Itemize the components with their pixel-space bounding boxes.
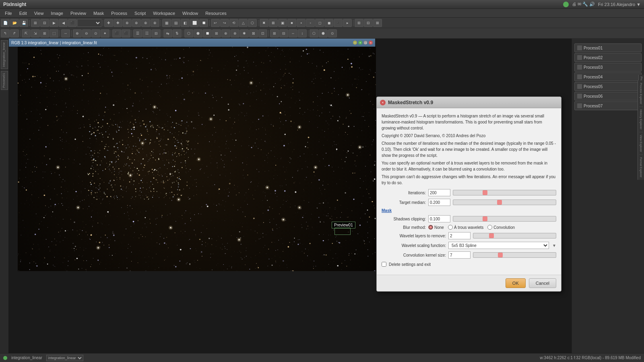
tb-d3[interactable]: ◧ [181,19,190,27]
menu-resources[interactable]: Resources [202,10,230,16]
tb-c3[interactable]: ⊕ [123,19,132,27]
blur-none-option[interactable]: None [428,225,444,230]
format-explorer-tab[interactable]: Format Explorer [639,155,643,180]
tb2-h3[interactable]: 🔲 [203,29,212,37]
tb2-h9[interactable]: ⊡ [258,29,267,37]
menu-mask[interactable]: Mask [90,10,107,16]
window-maximize-btn[interactable]: + [358,41,362,45]
blur-atrous-option[interactable]: À trous wavelets [448,225,483,230]
tb2-g1[interactable]: ⇆ [163,29,172,37]
tb2-f3[interactable]: ⊟ [152,29,161,37]
tb-d5[interactable]: 🔲 [199,19,208,27]
tb2-d1[interactable]: ⊕ [73,29,82,37]
process-explorer-side-tab[interactable]: Process Explorer [639,80,643,107]
wavelet-layers-slider[interactable] [473,233,556,239]
tb-c4[interactable]: ⊕ [132,19,141,27]
tb2-h8[interactable]: ⊠ [249,29,258,37]
tb-g2[interactable]: ⊟ [364,19,373,27]
cancel-button[interactable]: Cancel [529,278,556,288]
tb2-h1[interactable]: ⬡ [184,29,193,37]
tb-open[interactable]: 📂 [10,19,19,27]
tb-f1[interactable]: ✖ [260,19,268,27]
menu-process[interactable]: Process [108,10,130,16]
tb-d1[interactable]: ▦ [162,19,171,27]
tb2-d3[interactable]: ⊙ [91,29,100,37]
tb-f9[interactable]: ◾ [334,19,343,27]
tb-c6[interactable]: ⊕ [151,19,159,27]
history-explorer-tab[interactable]: History Explorer [639,107,643,132]
iterations-input[interactable] [428,189,450,196]
tb2-h2[interactable]: ⬢ [194,29,202,37]
tb-e4[interactable]: △ [239,19,248,27]
blur-convolution-radio[interactable] [487,225,492,230]
tb2-c1[interactable]: ↔ [61,29,70,37]
target-median-slider[interactable] [453,200,556,205]
tb-c2[interactable]: ✚ [114,19,122,27]
tb2-b1[interactable]: ⇱ [22,29,31,37]
wavelet-layers-input[interactable] [448,232,471,239]
tb2-h5[interactable]: ⊕ [221,29,230,37]
tb-f2[interactable]: ⊠ [269,19,278,27]
tb-e1[interactable]: ↩ [211,19,220,27]
tb2-i1[interactable]: ⊞ [270,29,279,37]
tb2-i3[interactable]: ↔ [289,29,297,37]
tb-b3[interactable]: ▶ [50,19,58,27]
menu-script[interactable]: Script [131,10,149,16]
menu-image[interactable]: Image [47,10,66,16]
process-btn-03[interactable]: Process03 [574,63,642,72]
tb2-b4[interactable]: ⬚ [50,29,58,37]
window-restore-btn[interactable]: ⊡ [363,41,367,45]
tb2-h6[interactable]: ⊗ [231,29,239,37]
process-btn-06[interactable]: Process06 [574,92,642,101]
tb2-f1[interactable]: ☰ [133,29,142,37]
tb-f5[interactable]: ▪ [297,19,305,27]
tb-b4[interactable]: ◀ [59,19,68,27]
tb2-f2[interactable]: ☷ [142,29,151,37]
process-btn-04[interactable]: Process04 [574,72,642,81]
convolution-kernel-input[interactable] [448,251,471,259]
tb2-d4[interactable]: ✦ [101,29,109,37]
window-close-btn[interactable]: × [369,41,373,45]
menu-file[interactable]: File [2,10,15,16]
tb-new[interactable]: 📄 [1,19,10,27]
tb-f7[interactable]: ◻ [315,19,324,27]
menu-window[interactable]: Window [179,10,201,16]
tb2-e2[interactable]: ⬛ [122,29,130,37]
shadows-clipping-input[interactable] [428,215,450,222]
shadows-slider[interactable] [453,216,556,222]
tb-g1[interactable]: ⊞ [355,19,363,27]
tb-f3[interactable]: ▣ [278,19,287,27]
tb2-i2[interactable]: ⊟ [279,29,288,37]
tb2-h4[interactable]: ⊞ [212,29,221,37]
tb2-b2[interactable]: ⇲ [31,29,40,37]
process-btn-05[interactable]: Process05 [574,82,642,91]
tb2-g2[interactable]: ⇅ [173,29,182,37]
process-btn-02[interactable]: Process02 [574,53,642,62]
tb-f6[interactable]: ▫ [306,19,315,27]
preview-box[interactable] [334,228,351,235]
status-dropdown[interactable]: integration_linear [46,355,83,361]
tb-b5[interactable]: ⬛ [68,19,77,27]
menu-preview[interactable]: Preview [67,10,89,16]
tb-e3[interactable]: ⟲ [229,19,238,27]
target-median-input[interactable] [428,199,450,206]
menu-view[interactable]: View [31,10,47,16]
view-explorer-tab[interactable]: View Explorer [639,132,643,155]
process-btn-07[interactable]: Process07 [574,101,642,110]
tb2-i4[interactable]: ↕ [298,29,307,37]
tb2-j2[interactable]: ⬢ [319,29,328,37]
menu-workspace[interactable]: Workspace [150,10,178,16]
tb-b1[interactable]: ⊞ [31,19,40,27]
blur-convolution-option[interactable]: Convolution [487,225,515,230]
ok-button[interactable]: OK [506,278,526,288]
menu-edit[interactable]: Edit [16,10,30,16]
tb-e2[interactable]: ↪ [220,19,229,27]
tb2-j1[interactable]: ⬡ [310,29,318,37]
tb2-b3[interactable]: ⊞ [40,29,49,37]
sidebar-tab-integration[interactable]: Integration_linear [1,40,8,69]
tb-e5[interactable]: ⬡ [248,19,257,27]
tb-fa[interactable]: ▸ [343,19,352,27]
tb-rgb-dropdown[interactable]: RGB [77,19,101,27]
window-minimize-btn[interactable]: − [353,41,357,45]
tb2-a2[interactable]: ↱ [10,29,19,37]
